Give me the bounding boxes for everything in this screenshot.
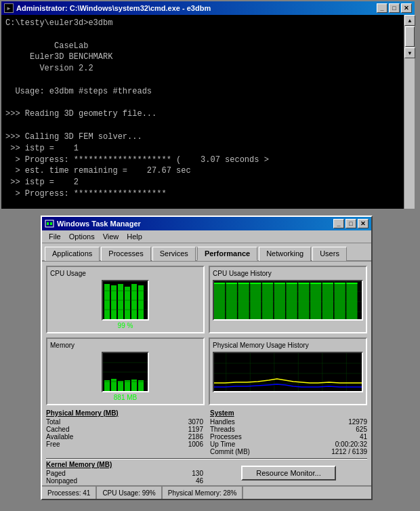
kernel-nonpaged-label: Nonpaged [46, 477, 77, 485]
cmd-line-10 [5, 120, 411, 131]
tm-menu-options[interactable]: Options [65, 232, 99, 241]
phys-mem-free-label: Free [46, 441, 60, 448]
svg-rect-28 [214, 283, 225, 321]
svg-rect-31 [250, 283, 261, 321]
tm-controls: _ □ ✕ [333, 219, 369, 228]
cmd-scroll-thumb[interactable] [405, 26, 415, 47]
cmd-scroll-up[interactable]: ▲ [404, 15, 415, 26]
svg-rect-47 [298, 283, 309, 284]
tab-applications[interactable]: Applications [45, 247, 100, 261]
cpu-usage-box: CPU Usage [46, 266, 205, 333]
phys-mem-total-label: Total [46, 418, 60, 426]
svg-rect-44 [262, 283, 273, 284]
cmd-line-15: >> istp = 2 [5, 177, 411, 188]
cmd-line-6 [5, 75, 411, 86]
tm-minimize-button[interactable]: _ [333, 219, 344, 228]
tab-performance[interactable]: Performance [197, 247, 257, 261]
svg-rect-48 [310, 283, 321, 284]
cmd-body: C:\testy\euler3d>e3dbm CaseLab Euler3D B… [1, 15, 415, 209]
cmd-close-button[interactable]: ✕ [401, 3, 412, 13]
tm-menubar: File Options View Help [42, 230, 371, 243]
tm-menu-file[interactable]: File [45, 232, 65, 241]
cmd-line-14: > est. time remaining = 27.67 sec [5, 165, 411, 177]
system-title: System [210, 409, 367, 417]
kernel-mem-paged: Paged 130 [46, 470, 203, 477]
svg-rect-36 [310, 283, 321, 321]
task-manager-window: Windows Task Manager _ □ ✕ File Options … [41, 216, 373, 500]
system-threads: Threads 625 [210, 426, 367, 433]
svg-rect-9 [138, 285, 144, 319]
physical-memory-section: Physical Memory (MB) Total 3070 Cached 1… [46, 409, 203, 455]
svg-rect-57 [131, 380, 137, 391]
phys-mem-avail-value: 2186 [163, 433, 203, 441]
cmd-titlebar: ► Administrator: C:\Windows\system32\cmd… [1, 1, 415, 15]
cmd-line-5: Version 2.2 [5, 63, 411, 75]
cmd-maximize-button[interactable]: □ [389, 3, 400, 13]
phys-mem-avail-label: Available [46, 433, 73, 441]
system-uptime-value: 0:00:20:32 [327, 441, 367, 448]
cmd-line-4: Euler3D BENCHMARK [5, 52, 411, 63]
tm-statusbar: Processes: 41 CPU Usage: 99% Physical Me… [42, 485, 371, 499]
stats-row: Physical Memory (MB) Total 3070 Cached 1… [46, 409, 367, 455]
cmd-title: Administrator: C:\Windows\system32\cmd.e… [16, 4, 377, 12]
phys-mem-cached-value: 1197 [163, 426, 203, 433]
svg-rect-0 [45, 220, 54, 227]
cpu-history-title: CPU Usage History [213, 270, 363, 277]
kernel-mem-title: Kernel Memory (MB) [46, 461, 203, 468]
cmd-controls: _ □ ✕ [377, 3, 412, 13]
cpu-small-graph [102, 280, 149, 321]
tab-networking[interactable]: Networking [259, 247, 311, 261]
svg-rect-1 [47, 222, 49, 225]
tm-maximize-button[interactable]: □ [345, 219, 356, 228]
tab-processes[interactable]: Processes [101, 247, 150, 261]
memory-box: Memory [46, 338, 205, 405]
svg-rect-54 [111, 379, 117, 391]
cmd-scrollbar[interactable]: ▲ ▼ [404, 15, 415, 209]
svg-rect-33 [274, 283, 285, 321]
svg-rect-45 [274, 283, 285, 284]
system-uptime-label: Up Time [210, 441, 235, 448]
svg-rect-41 [226, 283, 237, 284]
system-handles: Handles 12979 [210, 418, 367, 426]
phys-mem-free: Free 1006 [46, 441, 203, 448]
mem-history-box: Physical Memory Usage History [209, 338, 367, 405]
svg-rect-38 [335, 283, 345, 321]
tm-close-button[interactable]: ✕ [358, 219, 369, 228]
status-memory: Physical Memory: 28% [163, 487, 244, 499]
phys-mem-title: Physical Memory (MB) [46, 409, 203, 417]
svg-rect-43 [250, 283, 261, 284]
cmd-minimize-button[interactable]: _ [377, 3, 387, 13]
resource-monitor-button[interactable]: Resource Monitor... [241, 466, 335, 481]
kernel-nonpaged-value: 46 [163, 477, 203, 485]
system-uptime: Up Time 0:00:20:32 [210, 441, 367, 448]
cmd-line-2 [5, 29, 411, 41]
tm-title: Windows Task Manager [57, 220, 333, 228]
system-handles-value: 12979 [327, 418, 367, 426]
cmd-scroll-down[interactable]: ▼ [404, 47, 415, 58]
svg-rect-34 [287, 283, 297, 321]
cpu-history-box: CPU Usage History [209, 266, 367, 333]
cmd-line-12: >> istp = 1 [5, 143, 411, 155]
tab-users[interactable]: Users [312, 247, 347, 261]
cpu-history-graph [213, 280, 363, 321]
svg-rect-35 [298, 283, 309, 321]
tm-menu-help[interactable]: Help [123, 232, 146, 241]
status-processes: Processes: 41 [42, 487, 97, 499]
mem-history-title: Physical Memory Usage History [213, 342, 363, 349]
phys-mem-total-value: 3070 [163, 418, 203, 426]
system-commit-label: Commit (MB) [210, 448, 250, 455]
svg-rect-39 [346, 283, 357, 321]
phys-mem-cached-label: Cached [46, 426, 69, 433]
svg-rect-4 [104, 284, 110, 319]
system-section: System Handles 12979 Threads 625 Process… [210, 409, 367, 455]
stats-divider [46, 458, 367, 459]
cmd-window: ► Administrator: C:\Windows\system32\cmd… [0, 0, 416, 210]
tab-services[interactable]: Services [152, 247, 196, 261]
system-processes: Processes 41 [210, 433, 367, 441]
svg-rect-37 [322, 283, 333, 321]
svg-rect-50 [335, 283, 345, 284]
svg-rect-46 [287, 283, 297, 284]
perf-top-grid: CPU Usage [46, 266, 367, 333]
tm-menu-view[interactable]: View [99, 232, 123, 241]
kernel-paged-value: 130 [163, 470, 203, 477]
